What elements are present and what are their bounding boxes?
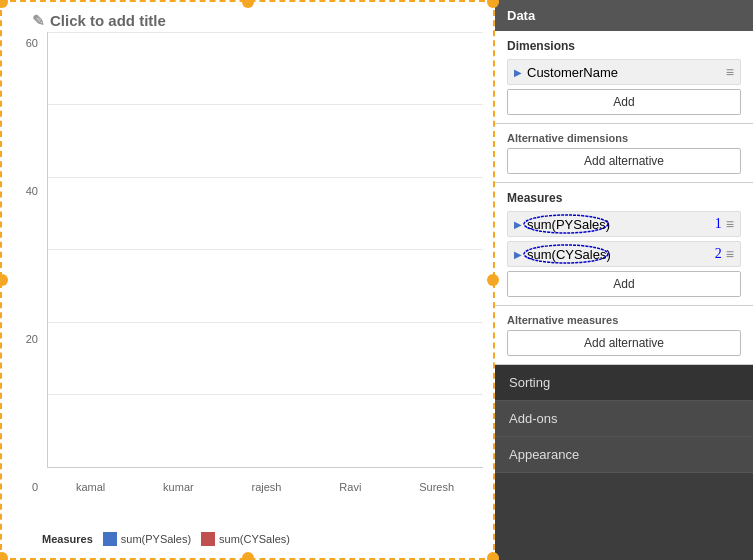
handle-tl[interactable] — [0, 0, 8, 8]
nav-items: SortingAdd-onsAppearance — [495, 365, 753, 473]
chart-container: Click to add title 60 40 20 0 kamalkumar… — [0, 0, 495, 560]
x-label-kumar: kumar — [163, 481, 194, 493]
measure-label-cysales: sum(CYSales) — [527, 247, 611, 262]
dimension-item-left: ▶ CustomerName — [514, 65, 618, 80]
measures-add-button[interactable]: Add — [507, 271, 741, 297]
alt-dimensions-add-button[interactable]: Add alternative — [507, 148, 741, 174]
measure-item-cysales[interactable]: ▶ sum(CYSales) 2 ≡ — [507, 241, 741, 267]
x-labels: kamalkumarrajeshRaviSuresh — [47, 481, 483, 493]
legend-item-cysales: sum(CYSales) — [201, 532, 290, 546]
plot-area — [47, 32, 483, 468]
hamburger-icon-2[interactable]: ≡ — [726, 216, 734, 232]
alt-measures-title: Alternative measures — [507, 314, 741, 326]
y-label-40: 40 — [26, 185, 38, 197]
x-label-Ravi: Ravi — [339, 481, 361, 493]
legend-item-pysales: sum(PYSales) — [103, 532, 191, 546]
nav-item-appearance[interactable]: Appearance — [495, 437, 753, 473]
legend-text-pysales: sum(PYSales) — [121, 533, 191, 545]
measure-item-pysales[interactable]: ▶ sum(PYSales) 1 ≡ — [507, 211, 741, 237]
handle-bl[interactable] — [0, 552, 8, 560]
hamburger-icon[interactable]: ≡ — [726, 64, 734, 80]
alt-measures-add-button[interactable]: Add alternative — [507, 330, 741, 356]
measures-section: Measures ▶ sum(PYSales) 1 ≡ ▶ — [495, 183, 753, 306]
x-label-kamal: kamal — [76, 481, 105, 493]
panel-header: Data — [495, 0, 753, 31]
measure-num-1: 1 — [715, 216, 722, 232]
y-label-20: 20 — [26, 333, 38, 345]
dimensions-title: Dimensions — [507, 39, 741, 53]
legend-label: Measures — [42, 533, 93, 545]
expand-triangle-icon-1: ▶ — [514, 219, 522, 230]
dimension-label: CustomerName — [527, 65, 618, 80]
nav-item-sorting[interactable]: Sorting — [495, 365, 753, 401]
dimensions-section: Dimensions ▶ CustomerName ≡ Add — [495, 31, 753, 124]
expand-triangle-icon-2: ▶ — [514, 249, 522, 260]
x-label-rajesh: rajesh — [252, 481, 282, 493]
alt-dimensions-section: Alternative dimensions Add alternative — [495, 124, 753, 183]
y-label-60: 60 — [26, 37, 38, 49]
y-label-0: 0 — [32, 481, 38, 493]
handle-ml[interactable] — [0, 274, 8, 286]
measures-title: Measures — [507, 191, 741, 205]
nav-item-add-ons[interactable]: Add-ons — [495, 401, 753, 437]
handle-bc[interactable] — [242, 552, 254, 560]
measure-num-2: 2 — [715, 246, 722, 262]
legend-text-cysales: sum(CYSales) — [219, 533, 290, 545]
chart-legend: Measures sum(PYSales) sum(CYSales) — [42, 532, 493, 546]
chart-title[interactable]: Click to add title — [32, 12, 166, 30]
alt-measures-section: Alternative measures Add alternative — [495, 306, 753, 365]
legend-color-pink — [201, 532, 215, 546]
dimension-item-customername[interactable]: ▶ CustomerName ≡ — [507, 59, 741, 85]
hamburger-icon-3[interactable]: ≡ — [726, 246, 734, 262]
measure-item-left-2: ▶ sum(CYSales) — [514, 247, 611, 262]
dimensions-add-button[interactable]: Add — [507, 89, 741, 115]
handle-tc[interactable] — [242, 0, 254, 8]
legend-color-blue — [103, 532, 117, 546]
chart-plot: 60 40 20 0 kamalkumarrajeshRaviSuresh — [12, 32, 483, 498]
x-label-Suresh: Suresh — [419, 481, 454, 493]
expand-triangle-icon: ▶ — [514, 67, 522, 78]
measure-item-left-1: ▶ sum(PYSales) — [514, 217, 610, 232]
measure-label-pysales: sum(PYSales) — [527, 217, 610, 232]
right-panel: Data Dimensions ▶ CustomerName ≡ Add Alt… — [495, 0, 753, 560]
y-axis: 60 40 20 0 — [12, 32, 42, 498]
handle-br[interactable] — [487, 552, 499, 560]
alt-dimensions-title: Alternative dimensions — [507, 132, 741, 144]
handle-mr[interactable] — [487, 274, 499, 286]
